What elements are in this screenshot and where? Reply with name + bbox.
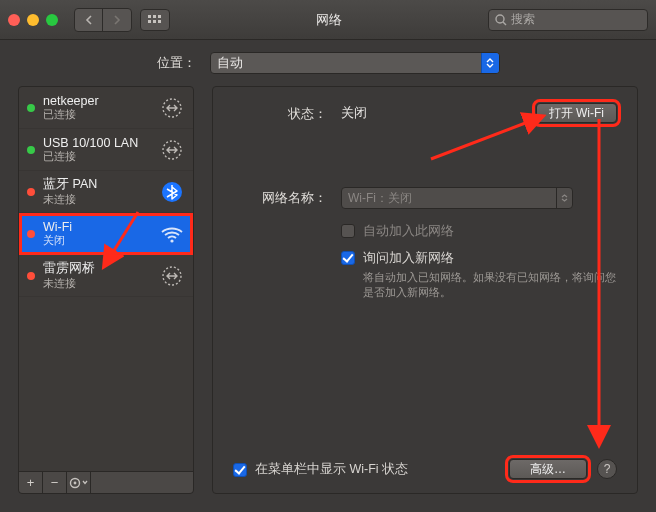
auto-join-row: 自动加入此网络 [233, 223, 617, 240]
sidebar-item-wifi[interactable]: Wi-Fi 关闭 [19, 213, 193, 255]
status-dot-icon [27, 272, 35, 280]
remove-network-button[interactable]: − [43, 472, 67, 493]
svg-line-7 [503, 22, 506, 25]
chevron-left-icon [85, 15, 93, 25]
toggle-wifi-button[interactable]: 打开 Wi-Fi [536, 103, 617, 123]
minimize-window-icon[interactable] [27, 14, 39, 26]
grid-icon [148, 15, 162, 25]
svg-rect-3 [148, 20, 151, 23]
main-area: netkeeper 已连接 USB 10/100 LAN 已连接 [0, 86, 656, 512]
network-name-row: 网络名称： Wi-Fi：关闭 [233, 187, 617, 209]
sidebar-item-bluetooth[interactable]: 蓝牙 PAN 未连接 [19, 171, 193, 213]
bluetooth-icon [159, 179, 185, 205]
forward-button[interactable] [103, 9, 131, 31]
auto-join-label: 自动加入此网络 [363, 223, 454, 240]
zoom-window-icon[interactable] [46, 14, 58, 26]
sidebar-item-status: 未连接 [43, 193, 159, 207]
arrows-icon [159, 263, 185, 289]
sidebar-item-name: USB 10/100 LAN [43, 136, 159, 150]
chevron-down-icon [82, 480, 88, 485]
show-all-prefs-button[interactable] [140, 9, 170, 31]
status-dot-icon [27, 188, 35, 196]
status-row: 状态： 关闭 打开 Wi-Fi [233, 103, 617, 123]
svg-rect-0 [148, 15, 151, 18]
sidebar-item-status: 关闭 [43, 234, 159, 248]
svg-rect-2 [158, 15, 161, 18]
sidebar-item-status: 未连接 [43, 277, 159, 291]
network-name-label: 网络名称： [233, 187, 327, 209]
svg-point-6 [496, 15, 504, 23]
arrows-icon [159, 137, 185, 163]
sidebar-item-text: 雷雳网桥 未连接 [43, 260, 159, 291]
gear-icon [69, 477, 81, 489]
search-input[interactable]: 搜索 [488, 9, 648, 31]
ask-join-label: 询问加入新网络 [363, 250, 617, 267]
back-button[interactable] [75, 9, 103, 31]
sidebar-item-thunderbolt[interactable]: 雷雳网桥 未连接 [19, 255, 193, 297]
status-dot-icon [27, 230, 35, 238]
show-menubar-checkbox[interactable] [233, 463, 247, 477]
sidebar-item-text: USB 10/100 LAN 已连接 [43, 136, 159, 164]
ask-join-description: 将自动加入已知网络。如果没有已知网络，将询问您是否加入新网络。 [363, 270, 617, 300]
sidebar-item-text: Wi-Fi 关闭 [43, 220, 159, 248]
updown-caret-icon [481, 53, 499, 73]
advanced-button[interactable]: 高级… [509, 459, 587, 479]
network-list: netkeeper 已连接 USB 10/100 LAN 已连接 [19, 87, 193, 471]
nav-back-forward [74, 8, 132, 32]
wifi-icon [159, 221, 185, 247]
search-icon [495, 14, 507, 26]
location-select[interactable]: 自动 [210, 52, 500, 74]
ask-join-row: 询问加入新网络 将自动加入已知网络。如果没有已知网络，将询问您是否加入新网络。 [233, 250, 617, 300]
sidebar-item-status: 已连接 [43, 108, 159, 122]
network-name-select[interactable]: Wi-Fi：关闭 [341, 187, 573, 209]
sidebar-item-name: netkeeper [43, 94, 159, 108]
svg-point-14 [74, 481, 77, 484]
title-bar: 网络 搜索 [0, 0, 656, 40]
sidebar-item-name: 雷雳网桥 [43, 260, 159, 277]
sidebar-item-status: 已连接 [43, 150, 159, 164]
sidebar-item-text: 蓝牙 PAN 未连接 [43, 176, 159, 207]
status-label: 状态： [233, 103, 327, 123]
sidebar-item-name: Wi-Fi [43, 220, 159, 234]
status-dot-icon [27, 104, 35, 112]
close-window-icon[interactable] [8, 14, 20, 26]
sidebar-item-text: netkeeper 已连接 [43, 94, 159, 122]
svg-point-11 [170, 239, 173, 242]
window-controls [8, 14, 58, 26]
show-menubar-label: 在菜单栏中显示 Wi-Fi 状态 [255, 461, 408, 478]
status-value: 关闭 [341, 104, 367, 122]
detail-footer: 在菜单栏中显示 Wi-Fi 状态 高级… ? [233, 459, 617, 479]
svg-rect-4 [153, 20, 156, 23]
sidebar-item-name: 蓝牙 PAN [43, 176, 159, 193]
ask-join-checkbox[interactable] [341, 251, 355, 265]
help-button[interactable]: ? [597, 459, 617, 479]
add-network-button[interactable]: + [19, 472, 43, 493]
chevron-right-icon [113, 15, 121, 25]
sidebar-item-netkeeper[interactable]: netkeeper 已连接 [19, 87, 193, 129]
network-sidebar: netkeeper 已连接 USB 10/100 LAN 已连接 [18, 86, 194, 494]
sidebar-gear-button[interactable] [67, 472, 91, 493]
status-dot-icon [27, 146, 35, 154]
arrows-icon [159, 95, 185, 121]
sidebar-footer: + − [19, 471, 193, 493]
updown-caret-icon [556, 188, 572, 208]
svg-rect-5 [158, 20, 161, 23]
auto-join-checkbox[interactable] [341, 224, 355, 238]
location-row: 位置： 自动 [0, 40, 656, 86]
sidebar-item-usb-lan[interactable]: USB 10/100 LAN 已连接 [19, 129, 193, 171]
detail-panel: 状态： 关闭 打开 Wi-Fi 网络名称： Wi-Fi：关闭 [212, 86, 638, 494]
svg-rect-1 [153, 15, 156, 18]
network-name-placeholder: Wi-Fi：关闭 [348, 190, 412, 207]
location-label: 位置： [157, 54, 196, 72]
window-title: 网络 [178, 11, 480, 29]
location-value: 自动 [217, 54, 243, 72]
search-placeholder: 搜索 [511, 11, 535, 28]
